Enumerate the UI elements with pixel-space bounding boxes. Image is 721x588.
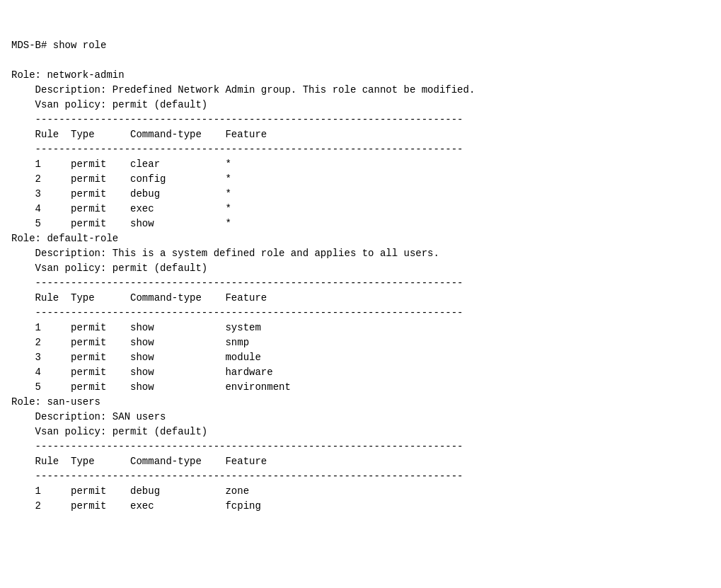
role-name-0: Role: network-admin — [11, 68, 710, 83]
table-row: 4 permit show hardware — [11, 365, 710, 380]
table-row: 3 permit show module — [11, 350, 710, 365]
table-row: 5 permit show environment — [11, 380, 710, 395]
role-desc-2: Description: SAN users — [11, 410, 710, 425]
table-header-0: Rule Type Command-type Feature — [11, 127, 710, 142]
divider-bottom-0: ----------------------------------------… — [11, 142, 710, 157]
divider-top-0: ----------------------------------------… — [11, 113, 710, 127]
divider-top-2: ----------------------------------------… — [11, 439, 710, 454]
table-row: 1 permit show system — [11, 321, 710, 335]
table-row: 1 permit debug zone — [11, 484, 710, 499]
role-vsan-1: Vsan policy: permit (default) — [11, 261, 710, 276]
table-row: 4 permit exec * — [11, 202, 710, 217]
terminal-output: MDS-B# show role — [11, 8, 710, 68]
role-name-1: Role: default-role — [11, 231, 710, 246]
role-desc-1: Description: This is a system defined ro… — [11, 246, 710, 261]
divider-top-1: ----------------------------------------… — [11, 276, 710, 291]
table-row: 1 permit clear * — [11, 157, 710, 172]
divider-bottom-1: ----------------------------------------… — [11, 306, 710, 321]
table-row: 2 permit exec fcping — [11, 499, 710, 514]
divider-bottom-2: ----------------------------------------… — [11, 469, 710, 484]
table-row: 2 permit config * — [11, 172, 710, 187]
role-name-2: Role: san-users — [11, 395, 710, 410]
table-row: 2 permit show snmp — [11, 335, 710, 350]
table-row: 3 permit debug * — [11, 187, 710, 202]
table-row: 5 permit show * — [11, 217, 710, 231]
table-header-1: Rule Type Command-type Feature — [11, 291, 710, 306]
role-vsan-0: Vsan policy: permit (default) — [11, 98, 710, 113]
table-header-2: Rule Type Command-type Feature — [11, 454, 710, 469]
role-vsan-2: Vsan policy: permit (default) — [11, 425, 710, 439]
roles-container: Role: network-admin Description: Predefi… — [11, 68, 710, 514]
role-desc-0: Description: Predefined Network Admin gr… — [11, 83, 710, 98]
prompt-line: MDS-B# show role — [11, 38, 710, 53]
